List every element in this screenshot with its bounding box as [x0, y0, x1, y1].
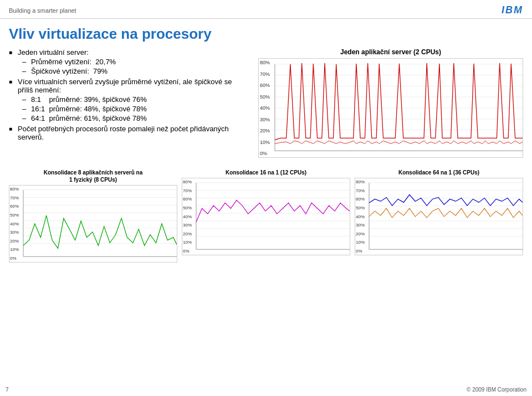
main-chart-container: 80% 70% 60% 50% 40% 30% 20% 10% 0% — [258, 58, 523, 158]
sub-item-2-1: 8:1 průměrné: 39%, špičkové 76% — [22, 95, 247, 104]
sub-item-1-2: Špičkové vytížení: 79% — [22, 67, 247, 75]
bottom-chart-2-y-axis: 80% 70% 60% 50% 40% 30% 20% 10% 0% — [182, 178, 196, 255]
bottom-chart-2-container: 80% 70% 60% 50% 40% 30% 20% 10% 0% — [182, 178, 350, 255]
bottom-chart-3-svg — [355, 178, 523, 255]
copyright: © 2009 IBM Corporation — [467, 387, 526, 393]
main-chart-y-axis: 80% 70% 60% 50% 40% 30% 20% 10% 0% — [259, 59, 274, 157]
bullet-list: Jeden virtuální server: Průměrné vytížen… — [9, 48, 247, 141]
bullet-3-text: Počet potřebných procesorů roste pomalej… — [18, 125, 229, 141]
bottom-section: Konsolidace 8 aplikačních serverů na1 fy… — [0, 163, 532, 263]
main-chart-svg — [259, 59, 523, 157]
page-header: Building a smarter planet IBM — [0, 0, 532, 19]
page-footer: 7 © 2009 IBM Corporation — [6, 387, 526, 393]
sub-list-1: Průměrné vytížení: 20,7% Špičkové vytíže… — [22, 58, 247, 75]
main-chart-title: Jeden aplikační server (2 CPUs) — [258, 48, 523, 56]
bottom-chart-3: Konsolidace 64 na 1 (36 CPUs) 80% 70% 60… — [355, 169, 523, 263]
content-area: Jeden virtuální server: Průměrné vytížen… — [0, 48, 532, 158]
bottom-chart-1-svg — [9, 186, 177, 262]
header-subtitle: Building a smarter planet — [9, 7, 76, 14]
sub-item-2-2: 16:1 průměrné: 48%, špičkové 78% — [22, 105, 247, 113]
bullet-1-text: Jeden virtuální server: — [18, 48, 89, 56]
page-title: Vliv virtualizace na procesory — [0, 19, 532, 48]
sub-list-2: 8:1 průměrné: 39%, špičkové 76% 16:1 prů… — [22, 95, 247, 122]
list-item-2: Více virtualních serverů zvyšuje průměrn… — [9, 78, 247, 122]
bottom-chart-1-container: 80% 70% 60% 50% 40% 30% 20% 10% 0% — [9, 185, 177, 263]
list-item-3: Počet potřebných procesorů roste pomalej… — [9, 125, 247, 141]
bottom-chart-3-title: Konsolidace 64 na 1 (36 CPUs) — [355, 169, 523, 176]
bottom-chart-2-svg — [182, 178, 350, 255]
bottom-chart-1-title: Konsolidace 8 aplikačních serverů na1 fy… — [9, 169, 177, 183]
sub-item-2-3: 64:1 průměrné: 61%, špičkové 78% — [22, 114, 247, 122]
bottom-chart-2-title: Konsolidace 16 na 1 (12 CPUs) — [182, 169, 350, 176]
bottom-chart-3-container: 80% 70% 60% 50% 40% 30% 20% 10% 0% — [355, 178, 523, 255]
ibm-logo: IBM — [502, 4, 523, 16]
sub-item-1-1: Průměrné vytížení: 20,7% — [22, 58, 247, 66]
bullet-2-text: Více virtualních serverů zvyšuje průměrn… — [18, 78, 232, 94]
bottom-chart-3-y-axis: 80% 70% 60% 50% 40% 30% 20% 10% 0% — [355, 178, 369, 255]
left-panel: Jeden virtuální server: Průměrné vytížen… — [9, 48, 247, 158]
page-number: 7 — [6, 387, 9, 393]
right-panel: Jeden aplikační server (2 CPUs) 80% 70% … — [258, 48, 523, 158]
bottom-chart-1: Konsolidace 8 aplikačních serverů na1 fy… — [9, 169, 177, 263]
bottom-chart-1-y-axis: 80% 70% 60% 50% 40% 30% 20% 10% 0% — [9, 186, 23, 262]
bottom-chart-2: Konsolidace 16 na 1 (12 CPUs) 80% 70% 60… — [182, 169, 350, 263]
list-item-1: Jeden virtuální server: Průměrné vytížen… — [9, 48, 247, 75]
